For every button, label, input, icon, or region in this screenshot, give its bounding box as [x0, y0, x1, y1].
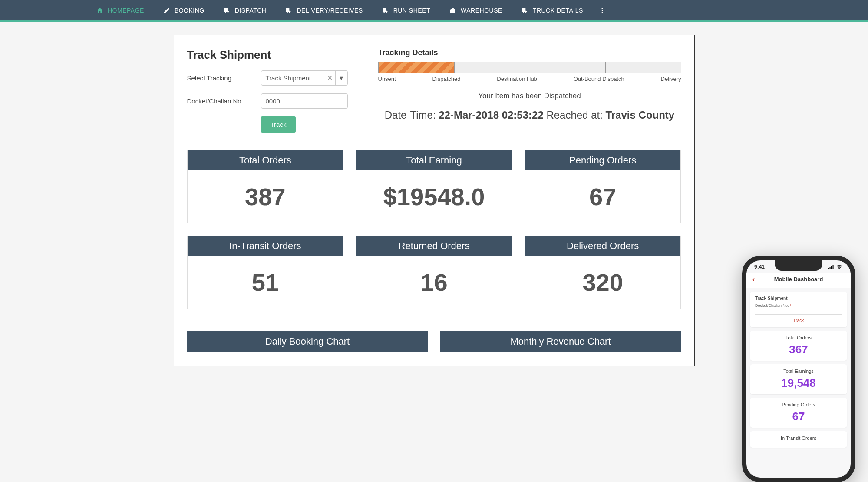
- docket-label: Docket/Challan No.: [187, 97, 252, 105]
- stat-label: Returned Orders: [356, 236, 512, 256]
- stat-card-total-earning: Total Earning $19548.0: [356, 150, 512, 223]
- mobile-stat-label: Total Orders: [755, 335, 842, 340]
- mobile-stat-earnings: Total Earnings 19,548: [750, 364, 847, 366]
- docket-input[interactable]: [261, 93, 348, 109]
- truck-icon: [521, 7, 528, 14]
- stage-label: Dispatched: [432, 76, 461, 82]
- mobile-track-title: Track Shipment: [755, 296, 842, 301]
- select-value: Track Shipment: [261, 71, 325, 85]
- select-clear-icon[interactable]: ✕: [325, 71, 335, 85]
- nav-runsheet[interactable]: RUN SHEET: [373, 0, 440, 20]
- track-button[interactable]: Track: [261, 116, 296, 133]
- mobile-stat-value: 367: [755, 343, 842, 356]
- stat-label: Total Orders: [188, 150, 343, 170]
- wifi-icon: [836, 264, 843, 269]
- truck-icon: [224, 7, 231, 14]
- tracking-select[interactable]: Track Shipment ✕ ▾: [261, 70, 348, 86]
- nav-label: RUN SHEET: [393, 7, 430, 14]
- stat-card-intransit: In-Transit Orders 51: [187, 236, 344, 309]
- svg-point-0: [601, 8, 603, 9]
- edit-icon: [163, 7, 170, 14]
- tracking-details-title: Tracking Details: [378, 48, 681, 57]
- tracking-details: Tracking Details Unsent Dispatched Desti…: [378, 48, 681, 133]
- back-icon[interactable]: ‹: [752, 276, 755, 283]
- dt-label: Date-Time:: [385, 109, 439, 121]
- mobile-track-card: Track Shipment Docket/Challan No. * Trac…: [750, 292, 847, 327]
- nav-label: WAREHOUSE: [461, 7, 502, 14]
- phone-title: Mobile Dashboard: [774, 276, 823, 283]
- top-nav: HOMEPAGE BOOKING DISPATCH DELIVERY/RECEI…: [0, 0, 868, 22]
- progress-fill: [379, 62, 454, 73]
- stat-value: 51: [188, 256, 343, 309]
- svg-point-2: [601, 12, 603, 13]
- phone-header: ‹ Mobile Dashboard: [746, 273, 851, 288]
- reached-value: Travis County: [606, 109, 675, 121]
- svg-point-1: [601, 10, 603, 11]
- svg-rect-6: [833, 265, 834, 269]
- nav-label: TRUCK DETAILS: [533, 7, 583, 14]
- stat-value: $19548.0: [356, 170, 512, 223]
- svg-rect-5: [831, 266, 832, 269]
- stat-value: 67: [525, 170, 681, 223]
- signal-icon: [828, 264, 834, 269]
- track-form: Track Shipment Select Tracking Track Shi…: [187, 48, 352, 133]
- svg-rect-4: [830, 267, 831, 269]
- mobile-docket-label: Docket/Challan No.: [755, 303, 789, 308]
- phone-mockup: 9:41 ‹ Mobile Dashboard Track Shipment D…: [742, 256, 855, 366]
- svg-rect-3: [828, 268, 829, 269]
- status-message: Your Item has been Dispatched: [378, 92, 681, 100]
- stage-label: Unsent: [378, 76, 396, 82]
- tracking-progress: [378, 62, 681, 73]
- nav-dispatch[interactable]: DISPATCH: [214, 0, 276, 20]
- stat-value: 16: [356, 256, 512, 309]
- nav-truckdetails[interactable]: TRUCK DETAILS: [512, 0, 593, 20]
- progress-labels: Unsent Dispatched Destination Hub Out-Bo…: [378, 76, 681, 82]
- stat-label: Pending Orders: [525, 150, 681, 170]
- stats-grid: Total Orders 387 Total Earning $19548.0 …: [187, 150, 681, 309]
- main-panel: Track Shipment Select Tracking Track Shi…: [174, 35, 695, 366]
- stat-card-delivered: Delivered Orders 320: [525, 236, 681, 309]
- stat-card-pending: Pending Orders 67: [525, 150, 681, 223]
- stat-value: 387: [188, 170, 343, 223]
- mobile-docket-input[interactable]: [755, 309, 842, 315]
- stat-value: 320: [525, 256, 681, 309]
- stat-card-total-orders: Total Orders 387: [187, 150, 344, 223]
- stat-card-returned: Returned Orders 16: [356, 236, 512, 309]
- chevron-down-icon[interactable]: ▾: [335, 71, 347, 85]
- warehouse-icon: [449, 7, 456, 14]
- reached-label: Reached at:: [544, 109, 606, 121]
- nav-warehouse[interactable]: WAREHOUSE: [440, 0, 512, 20]
- stat-label: In-Transit Orders: [188, 236, 343, 256]
- truck-icon: [382, 7, 389, 14]
- stage-label: Destination Hub: [497, 76, 537, 82]
- nav-label: BOOKING: [175, 7, 205, 14]
- required-mark: *: [790, 303, 792, 308]
- nav-label: DELIVERY/RECEIVES: [297, 7, 363, 14]
- nav-label: DISPATCH: [235, 7, 267, 14]
- phone-screen: 9:41 ‹ Mobile Dashboard Track Shipment D…: [746, 260, 851, 366]
- dt-value: 22-Mar-2018 02:53:22: [439, 109, 544, 121]
- home-icon: [96, 7, 103, 14]
- nav-booking[interactable]: BOOKING: [154, 0, 214, 20]
- chart-row: Daily Booking Chart Monthly Revenue Char…: [187, 331, 681, 352]
- more-vert-icon: [599, 7, 606, 14]
- nav-delivery[interactable]: DELIVERY/RECEIVES: [276, 0, 372, 20]
- nav-more[interactable]: [593, 7, 612, 14]
- track-title: Track Shipment: [187, 48, 352, 62]
- chart-daily-header: Daily Booking Chart: [187, 331, 428, 352]
- chart-monthly-header: Monthly Revenue Chart: [440, 331, 681, 352]
- stat-label: Delivered Orders: [525, 236, 681, 256]
- stat-label: Total Earning: [356, 150, 512, 170]
- phone-time: 9:41: [754, 264, 765, 270]
- stage-label: Delivery: [661, 76, 681, 82]
- select-tracking-label: Select Tracking: [187, 74, 252, 82]
- truck-icon: [285, 7, 292, 14]
- nav-label: HOMEPAGE: [108, 7, 144, 14]
- nav-homepage[interactable]: HOMEPAGE: [87, 0, 154, 20]
- status-detail: Date-Time: 22-Mar-2018 02:53:22 Reached …: [378, 109, 681, 121]
- phone-status-icons: [828, 264, 843, 270]
- stage-label: Out-Bound Dispatch: [574, 76, 624, 82]
- mobile-stat-total-orders: Total Orders 367: [750, 331, 847, 361]
- mobile-track-button[interactable]: Track: [755, 318, 842, 323]
